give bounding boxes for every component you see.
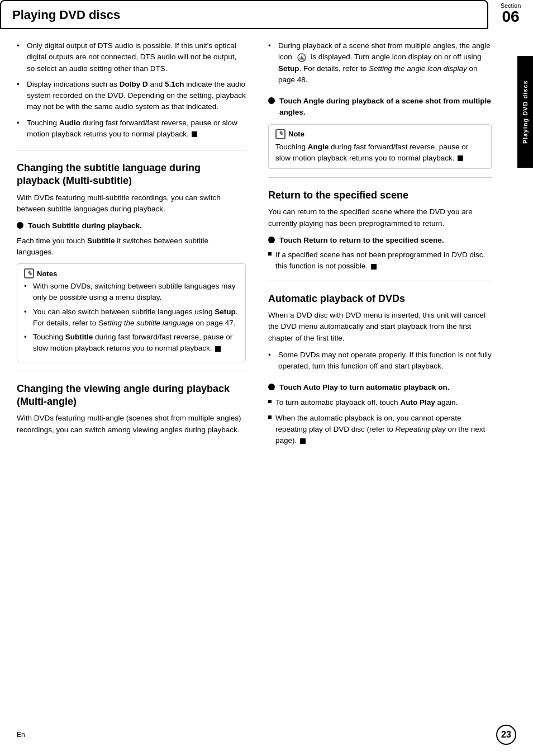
square-bullet-icon — [268, 415, 272, 419]
auto-sub1: To turn automatic playback off, touch Au… — [268, 397, 492, 408]
list-item: Display indications such as Dolby D and … — [17, 79, 246, 113]
bullet-circle-icon — [268, 237, 275, 243]
list-item: Some DVDs may not operate properly. If t… — [268, 349, 492, 372]
stop-icon — [300, 438, 306, 444]
angle-bullets: During playback of a scene shot from mul… — [268, 40, 492, 86]
list-item: With some DVDs, switching between subtit… — [24, 281, 239, 304]
page: Section 06 Playing DVD discs Playing DVD… — [0, 0, 533, 756]
notes-box: ✎ Notes With some DVDs, switching betwee… — [17, 263, 246, 362]
auto-intro: When a DVD disc with DVD menu is inserte… — [268, 310, 492, 344]
auto-instruction-text: Touch Auto Play to turn automatic playba… — [279, 382, 450, 393]
list-item: Touching Subtitle during fast forward/fa… — [24, 332, 239, 355]
page-number: 23 — [496, 725, 516, 745]
auto-sub2-text: When the automatic playback is on, you c… — [275, 413, 492, 447]
return-heading: Return to the specified scene — [268, 189, 492, 202]
bullet-circle-icon — [268, 97, 275, 104]
list-item: Only digital output of DTS audio is poss… — [17, 40, 246, 74]
angle-intro: With DVDs featuring multi-angle (scenes … — [17, 413, 246, 436]
angle-note-box: ✎ Note Touching Angle during fast forwar… — [268, 124, 492, 169]
stop-icon — [215, 346, 221, 352]
notes-icon: ✎ — [24, 268, 34, 278]
auto-heading: Automatic playback of DVDs — [268, 292, 492, 305]
stop-icon — [458, 155, 463, 161]
return-instruction-row: Touch Return to return to the specified … — [268, 235, 492, 246]
svg-text:2: 2 — [303, 58, 304, 61]
page-title: Playing DVD discs — [12, 8, 476, 22]
section-number: 06 — [488, 9, 533, 25]
footer: En 23 — [0, 725, 533, 745]
angle-note-title: ✎ Note — [275, 129, 484, 139]
subtitle-instruction-row: Touch Subtitle during playback. — [17, 220, 246, 231]
section-badge: Section 06 — [488, 0, 533, 25]
subtitle-heading: Changing the subtitle language during pl… — [17, 162, 246, 188]
divider — [268, 177, 492, 178]
touch-angle-instruction-text: Touch Angle during playback of a scene s… — [279, 96, 492, 119]
notes-content: With some DVDs, switching between subtit… — [24, 281, 239, 355]
intro-bullets: Only digital output of DTS audio is poss… — [17, 40, 246, 140]
right-column: During playback of a scene shot from mul… — [257, 29, 497, 458]
angle-icon: 1 2 — [296, 53, 308, 62]
list-item: Touching Audio during fast forward/fast … — [17, 117, 246, 140]
auto-sub2: When the automatic playback is on, you c… — [268, 413, 492, 447]
subtitle-instruction-detail: Each time you touch Subtitle it switches… — [17, 235, 246, 258]
divider — [17, 150, 246, 150]
notes-title: ✎ Notes — [24, 268, 239, 278]
subtitle-instruction-text: Touch Subtitle during playback. — [28, 220, 142, 231]
stop-icon — [192, 131, 197, 137]
list-item: You can also switch between subtitle lan… — [24, 306, 239, 329]
notes-list: With some DVDs, switching between subtit… — [24, 281, 239, 355]
side-tab: Playing DVD discs — [517, 56, 533, 168]
left-column: Only digital output of DTS audio is poss… — [0, 29, 257, 458]
touch-angle-instruction-row: Touch Angle during playback of a scene s… — [268, 96, 492, 119]
angle-note-icon: ✎ — [275, 129, 285, 139]
list-item: During playback of a scene shot from mul… — [268, 40, 492, 86]
auto-bullets: Some DVDs may not operate properly. If t… — [268, 349, 492, 372]
main-content: Only digital output of DTS audio is poss… — [0, 29, 533, 458]
square-bullet-icon — [268, 400, 272, 403]
auto-instruction-row: Touch Auto Play to turn automatic playba… — [268, 382, 492, 393]
square-bullet-icon — [268, 252, 272, 256]
divider — [17, 371, 246, 371]
title-bar: Playing DVD discs — [0, 0, 488, 29]
divider — [268, 281, 492, 281]
angle-note-label: Note — [288, 130, 304, 138]
notes-label: Notes — [37, 270, 57, 278]
return-sub-bullet: If a specified scene has not been prepro… — [268, 249, 492, 272]
return-intro: You can return to the specified scene wh… — [268, 206, 492, 229]
auto-sub1-text: To turn automatic playback off, touch Au… — [275, 397, 458, 408]
angle-heading: Changing the viewing angle during playba… — [17, 382, 246, 409]
language-label: En — [17, 731, 25, 739]
subtitle-intro: With DVDs featuring multi-subtitle recor… — [17, 192, 246, 215]
bullet-circle-icon — [268, 384, 275, 390]
svg-text:1: 1 — [298, 58, 300, 61]
angle-note-content: Touching Angle during fast forward/fast … — [275, 141, 484, 164]
bullet-circle-icon — [17, 222, 23, 229]
return-sub-text: If a specified scene has not been prepro… — [275, 249, 492, 272]
stop-icon — [371, 264, 377, 270]
return-instruction-text: Touch Return to return to the specified … — [279, 235, 444, 246]
